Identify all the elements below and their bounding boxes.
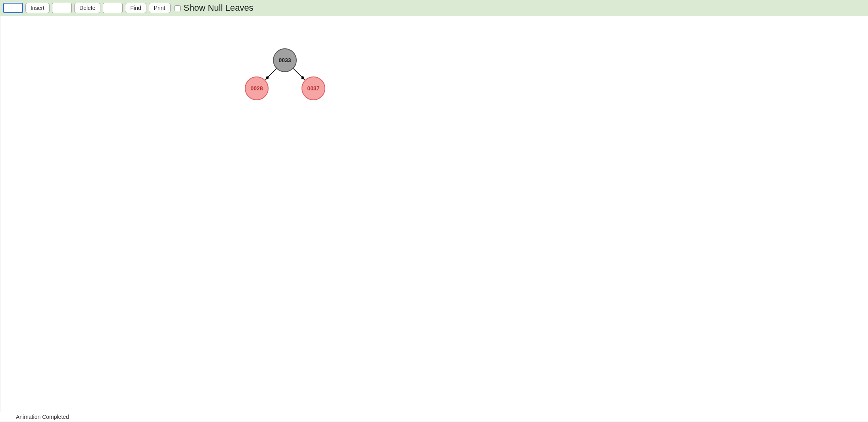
status-bar: Animation Completed (0, 412, 868, 422)
tree-svg: 003300280037 (0, 16, 868, 317)
tree-node-label: 0033 (278, 57, 291, 63)
delete-button[interactable]: Delete (74, 3, 100, 13)
find-button[interactable]: Find (125, 3, 146, 13)
insert-input[interactable] (3, 3, 23, 13)
print-button[interactable]: Print (149, 3, 171, 13)
tree-node[interactable]: 0033 (273, 49, 296, 72)
find-input[interactable] (103, 3, 123, 13)
delete-input[interactable] (52, 3, 72, 13)
tree-node-label: 0028 (250, 85, 263, 92)
tree-node[interactable]: 0037 (302, 77, 325, 100)
tree-node-label: 0037 (307, 85, 319, 92)
tree-edge (293, 68, 305, 79)
toolbar: Insert Delete Find Print Show Null Leave… (0, 0, 868, 16)
show-null-checkbox[interactable] (175, 5, 181, 11)
tree-node[interactable]: 0028 (245, 77, 268, 100)
show-null-label: Show Null Leaves (184, 3, 253, 13)
tree-edge (266, 69, 277, 80)
tree-canvas: 003300280037 (0, 16, 868, 414)
status-text: Animation Completed (16, 414, 69, 420)
insert-button[interactable]: Insert (25, 3, 50, 13)
